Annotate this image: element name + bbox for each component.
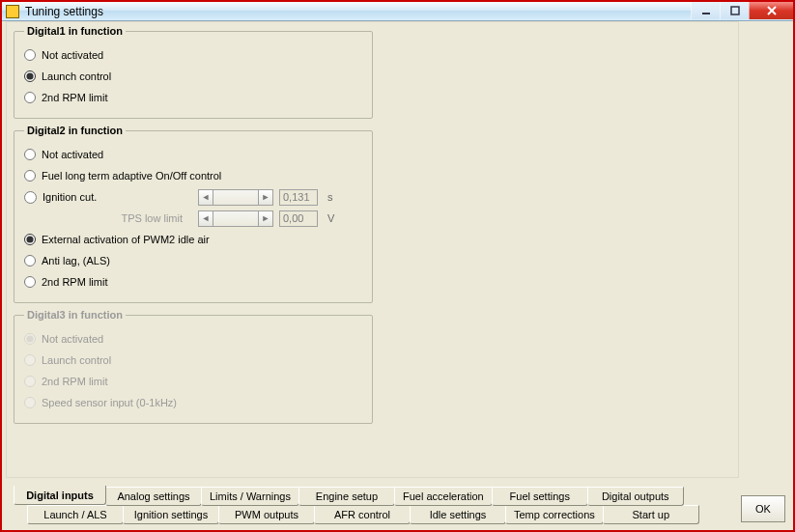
tps-dec[interactable]: ◄ bbox=[198, 210, 213, 227]
tps-low-limit-label: TPS low limit bbox=[121, 212, 190, 224]
d3-not-activated-label: Not activated bbox=[42, 333, 103, 345]
d2-not-activated-label: Not activated bbox=[42, 149, 103, 160]
client-area: Digital1 in function Not activated Launc… bbox=[2, 21, 793, 530]
group-digital1: Digital1 in function Not activated Launc… bbox=[14, 25, 373, 119]
d1-launch-control-radio[interactable] bbox=[24, 70, 36, 82]
d2-ignition-cut-label: Ignition cut. bbox=[43, 191, 97, 203]
d1-2nd-rpm-label: 2nd RPM limit bbox=[42, 92, 107, 103]
ignition-cut-inc[interactable]: ► bbox=[258, 189, 273, 206]
d1-launch-control-label: Launch control bbox=[42, 70, 111, 82]
tps-unit: V bbox=[327, 212, 334, 224]
maximize-icon bbox=[730, 6, 740, 15]
group-digital1-legend: Digital1 in function bbox=[24, 25, 126, 37]
window-buttons bbox=[691, 2, 793, 19]
tps-inc[interactable]: ► bbox=[258, 210, 273, 227]
group-digital3-legend: Digital3 in function bbox=[24, 309, 126, 321]
group-digital3: Digital3 in function Not activated Launc… bbox=[14, 309, 373, 424]
d2-2nd-rpm-radio[interactable] bbox=[24, 276, 36, 288]
d2-ext-pwm2-label: External activation of PWM2 idle air bbox=[42, 234, 210, 245]
tab-engine-setup[interactable]: Engine setup bbox=[298, 487, 395, 506]
tab-limits-warnings[interactable]: Limits / Warnings bbox=[201, 487, 299, 506]
titlebar: Tuning settings bbox=[2, 2, 793, 21]
tab-row-2: Launch / ALS Ignition settings PWM outpu… bbox=[27, 505, 735, 524]
ignition-cut-value bbox=[279, 189, 318, 206]
d2-ignition-cut-radio[interactable] bbox=[24, 191, 37, 204]
tab-fuel-acceleration[interactable]: Fuel acceleration bbox=[394, 487, 493, 506]
d2-antilag-label: Anti lag, (ALS) bbox=[42, 255, 110, 266]
ok-button[interactable]: OK bbox=[741, 495, 785, 522]
d2-2nd-rpm-label: 2nd RPM limit bbox=[42, 276, 107, 288]
ignition-cut-unit: s bbox=[327, 191, 333, 203]
d3-2nd-rpm-label: 2nd RPM limit bbox=[42, 376, 107, 387]
tps-value bbox=[279, 210, 318, 227]
d2-antilag-radio[interactable] bbox=[24, 255, 36, 266]
tab-temp-corrections[interactable]: Temp corrections bbox=[505, 505, 604, 524]
app-icon bbox=[6, 5, 19, 18]
d1-not-activated-radio[interactable] bbox=[24, 49, 36, 61]
maximize-button[interactable] bbox=[720, 2, 749, 19]
ignition-cut-spinner[interactable]: ◄ ► bbox=[198, 189, 273, 206]
window-title: Tuning settings bbox=[25, 5, 103, 18]
d2-fuel-adaptive-radio[interactable] bbox=[24, 170, 36, 182]
tab-afr-control[interactable]: AFR control bbox=[314, 505, 411, 524]
tab-fuel-settings[interactable]: Fuel settings bbox=[492, 487, 588, 506]
tabs: Digital inputs Analog settings Limits / … bbox=[14, 487, 735, 524]
tab-ignition-settings[interactable]: Ignition settings bbox=[123, 505, 219, 524]
close-icon bbox=[766, 5, 778, 16]
d2-fuel-adaptive-label: Fuel long term adaptive On/Off control bbox=[42, 170, 221, 182]
tps-track[interactable] bbox=[213, 210, 258, 227]
tab-analog-settings[interactable]: Analog settings bbox=[105, 487, 202, 506]
tab-pwm-outputs[interactable]: PWM outputs bbox=[218, 505, 315, 524]
d1-not-activated-label: Not activated bbox=[42, 49, 103, 61]
group-digital2-legend: Digital2 in function bbox=[24, 125, 126, 136]
d2-not-activated-radio[interactable] bbox=[24, 149, 36, 160]
close-button[interactable] bbox=[749, 2, 793, 19]
tab-digital-outputs[interactable]: Digital outputs bbox=[587, 487, 684, 506]
ignition-cut-dec[interactable]: ◄ bbox=[198, 189, 213, 206]
d3-launch-control-label: Launch control bbox=[42, 354, 111, 366]
d3-2nd-rpm-radio bbox=[24, 376, 36, 387]
d2-ext-pwm2-radio[interactable] bbox=[24, 234, 36, 245]
d3-not-activated-radio bbox=[24, 333, 36, 345]
d3-launch-control-radio bbox=[24, 354, 36, 366]
group-digital2: Digital2 in function Not activated Fuel … bbox=[14, 125, 373, 303]
ignition-cut-track[interactable] bbox=[213, 189, 258, 206]
tab-idle-settings[interactable]: Idle settings bbox=[410, 505, 506, 524]
d3-speed-sensor-label: Speed sensor input (0-1kHz) bbox=[42, 397, 177, 408]
tab-digital-inputs[interactable]: Digital inputs bbox=[14, 486, 106, 505]
minimize-icon bbox=[701, 6, 711, 15]
tab-start-up[interactable]: Start up bbox=[603, 505, 699, 524]
tps-low-limit-spinner[interactable]: ◄ ► bbox=[198, 210, 273, 227]
d3-speed-sensor-radio bbox=[24, 397, 36, 408]
svg-rect-1 bbox=[731, 7, 739, 14]
content: Digital1 in function Not activated Launc… bbox=[14, 25, 781, 470]
d1-2nd-rpm-radio[interactable] bbox=[24, 92, 36, 103]
tab-row-1: Digital inputs Analog settings Limits / … bbox=[14, 487, 735, 506]
minimize-button[interactable] bbox=[691, 2, 720, 19]
tab-launch-als[interactable]: Launch / ALS bbox=[27, 505, 124, 524]
